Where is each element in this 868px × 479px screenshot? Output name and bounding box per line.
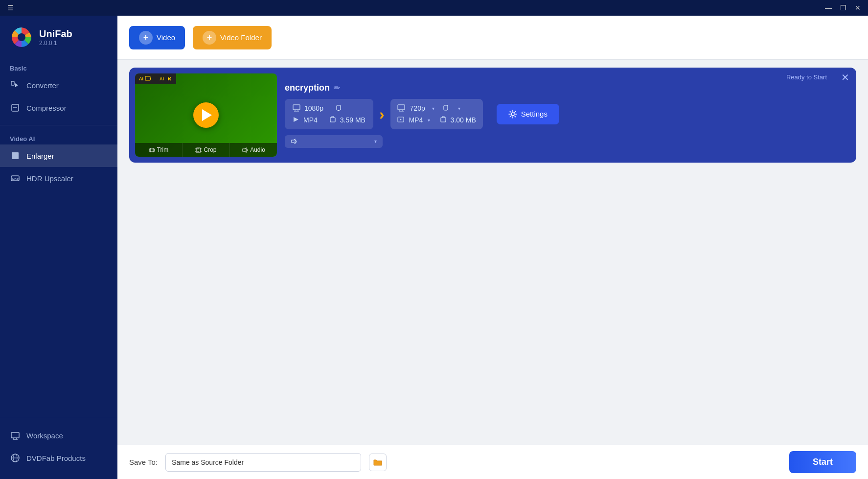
target-format-line: MP4 MKV AVI MOV ▾ [397,116,476,124]
logo-text: UniFab 2.0.0.1 [39,28,72,47]
video-controls-row: Trim Crop Audio [135,143,277,157]
svg-rect-9 [11,432,19,438]
conversion-details: encryption ✏ 1080p [285,83,848,148]
app-body: UniFab 2.0.0.1 Basic Converter Compresso… [0,16,868,479]
svg-point-40 [511,113,514,116]
enlarger-label: Enlarger [26,152,54,160]
hdr-icon: HDR [10,173,21,184]
add-video-button[interactable]: + Video [129,26,185,49]
source-audio-icon [335,104,342,113]
toolbar: + Video + Video Folder [117,16,868,60]
svg-rect-32 [398,105,405,110]
dvdfab-icon [10,453,21,463]
trim-label: Trim [157,146,169,153]
svg-rect-16 [145,76,150,80]
browse-folder-button[interactable] [369,454,387,471]
target-resolution-select[interactable]: 720p 1080p 1440p 4K [409,104,430,112]
dvdfab-label: DVDFab Products [26,454,86,462]
app-logo [10,25,33,49]
source-info: 1080p MP4 [285,99,373,129]
settings-label: Settings [521,110,548,118]
target-resolution-line: 720p 1080p 1440p 4K ▾ [397,104,476,113]
source-size: 3.59 MB [340,116,365,124]
ai-audio-badge: AI [156,73,176,84]
start-button[interactable]: Start [789,451,856,473]
sidebar-divider-2 [0,418,117,418]
app-name: UniFab [39,28,72,40]
sidebar-item-dvdfab[interactable]: DVDFab Products [0,447,117,469]
play-button[interactable] [193,102,219,128]
status-badge: Ready to Start [786,73,827,81]
sidebar-bottom: Workspace DVDFab Products [0,412,117,469]
sidebar-item-hdr-upscaler[interactable]: HDR HDR Upscaler [0,167,117,190]
close-card-button[interactable]: ✕ [841,72,849,82]
target-resolution-select-row: 720p 1080p 1440p 4K ▾ [409,104,434,112]
target-format-select[interactable]: MP4 MKV AVI MOV [408,116,426,124]
svg-rect-21 [196,148,201,152]
trim-button[interactable]: Trim [135,143,183,157]
maximize-button[interactable]: ❒ [837,3,849,13]
close-button[interactable]: ✕ [851,3,864,13]
video-list-area: AI AI Trim [117,60,868,445]
bottom-bar: Save To: Start [117,445,868,479]
main-content: + Video + Video Folder AI [117,16,868,479]
target-monitor-icon [397,104,405,113]
add-video-icon: + [139,31,153,45]
source-resolution-line: 1080p [293,104,365,113]
convert-arrow: › [379,106,385,122]
ai-video-badge: AI [135,73,156,84]
add-video-label: Video [157,33,175,42]
compressor-icon [10,102,21,113]
hdr-upscaler-label: HDR Upscaler [26,174,73,183]
file-name: encryption [285,83,330,93]
settings-button[interactable]: Settings [497,104,559,124]
settings-icon [508,110,517,119]
video-thumbnail: AI AI Trim [135,73,277,157]
add-folder-icon: + [203,31,216,45]
svg-rect-25 [293,105,300,110]
format-chevron-icon: ▾ [428,118,430,123]
source-format-line: MP4 3.59 MB [293,116,365,124]
svg-text:HDR: HDR [12,178,19,181]
target-info: 720p 1080p 1440p 4K ▾ [390,99,483,129]
menu-button[interactable]: ☰ [4,3,17,13]
audio-button[interactable]: Audio [230,143,277,157]
svg-marker-3 [15,83,18,87]
workspace-icon [10,430,21,441]
target-size-icon [440,116,447,124]
sidebar-item-enlarger[interactable]: Enlarger [0,144,117,167]
enlarger-icon [10,150,21,161]
add-folder-button[interactable]: + Video Folder [193,26,272,49]
sidebar: UniFab 2.0.0.1 Basic Converter Compresso… [0,16,117,479]
converter-label: Converter [26,81,59,90]
svg-rect-6 [12,152,19,159]
app-version: 2.0.0.1 [39,40,72,47]
sidebar-divider-1 [0,125,117,125]
source-format: MP4 [303,116,318,124]
audio-track-selector[interactable]: ▾ [285,135,383,148]
minimize-button[interactable]: — [822,3,835,13]
sidebar-item-compressor[interactable]: Compressor [0,96,117,119]
svg-marker-17 [150,78,151,80]
svg-rect-2 [11,81,14,85]
volume-icon [291,138,297,145]
crop-button[interactable]: Crop [183,143,230,157]
target-audio-icon [442,104,449,113]
monitor-icon [293,104,300,113]
edit-icon[interactable]: ✏ [334,83,340,93]
svg-point-1 [18,33,25,41]
compressor-label: Compressor [26,104,67,112]
audio-select-row: ▾ [285,135,848,148]
logo-area: UniFab 2.0.0.1 [0,25,117,61]
save-to-input[interactable] [165,453,361,472]
svg-marker-30 [294,117,298,122]
sidebar-item-converter[interactable]: Converter [0,74,117,96]
target-format-select-row: MP4 MKV AVI MOV ▾ [408,116,430,124]
svg-marker-41 [292,139,295,144]
file-name-row: encryption ✏ [285,83,848,93]
sidebar-item-workspace[interactable]: Workspace [0,424,117,447]
workspace-label: Workspace [26,431,63,440]
target-audio-select-row: ▾ [454,104,460,112]
target-audio-select[interactable] [454,104,456,112]
audio-track-chevron-icon: ▾ [374,139,377,144]
